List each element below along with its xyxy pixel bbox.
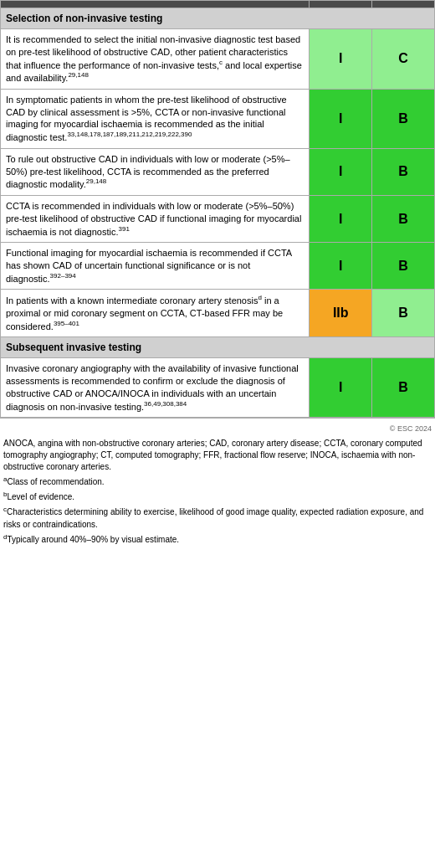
recommendation-row: Functional imaging for myocardial ischae… [1, 243, 435, 290]
recommendation-text: In patients with a known intermediate co… [1, 290, 310, 337]
recommendation-row: It is recommended to select the initial … [1, 29, 435, 90]
class-cell: I [310, 29, 372, 90]
section-header-row: Subsequent invasive testing [1, 337, 435, 358]
level-cell: B [372, 358, 435, 418]
esc-watermark: © ESC 2024 [3, 424, 432, 434]
recommendation-text: Invasive coronary angiography with the a… [1, 358, 310, 418]
footnotes-area: © ESC 2024ANOCA, angina with non-obstruc… [0, 418, 435, 552]
recommendation-text: To rule out obstructive CAD in individua… [1, 148, 310, 195]
footnote-item: bLevel of evidence. [3, 490, 432, 503]
class-cell: I [310, 195, 372, 242]
class-cell: I [310, 148, 372, 195]
recommendation-row: To rule out obstructive CAD in individua… [1, 148, 435, 195]
level-cell: B [372, 290, 435, 337]
class-cell: IIb [310, 290, 372, 337]
footnote-item: dTypically around 40%–90% by visual esti… [3, 532, 432, 546]
footnote-item: aClass of recommendation. [3, 475, 432, 488]
recommendation-row: CCTA is recommended in individuals with … [1, 195, 435, 242]
table-header [1, 1, 435, 8]
recommendation-row: In symptomatic patients in whom the pre-… [1, 89, 435, 148]
recommendation-text: CCTA is recommended in individuals with … [1, 195, 310, 242]
section-header-text: Selection of non-invasive testing [1, 8, 435, 29]
header-class [310, 1, 372, 8]
level-cell: B [372, 243, 435, 290]
recommendation-row: Invasive coronary angiography with the a… [1, 358, 435, 418]
footnote-item: ANOCA, angina with non-obstructive coron… [3, 438, 432, 473]
class-cell: I [310, 358, 372, 418]
recommendation-text: It is recommended to select the initial … [1, 29, 310, 90]
recommendation-text: In symptomatic patients in whom the pre-… [1, 89, 310, 148]
class-cell: I [310, 243, 372, 290]
recommendation-text: Functional imaging for myocardial ischae… [1, 243, 310, 290]
header-level [372, 1, 435, 8]
recommendation-row: In patients with a known intermediate co… [1, 290, 435, 337]
header-recommendations [1, 1, 310, 8]
section-header-row: Selection of non-invasive testing [1, 8, 435, 29]
level-cell: B [372, 148, 435, 195]
footnote-item: cCharacteristics determining ability to … [3, 505, 432, 530]
section-header-text: Subsequent invasive testing [1, 337, 435, 358]
class-cell: I [310, 89, 372, 148]
level-cell: C [372, 29, 435, 90]
level-cell: B [372, 89, 435, 148]
level-cell: B [372, 195, 435, 242]
